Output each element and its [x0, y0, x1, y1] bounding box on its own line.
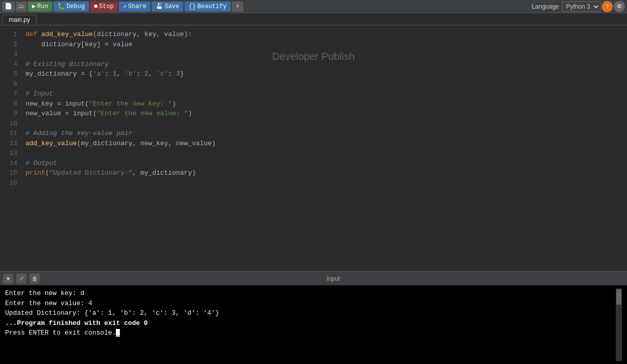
line-numbers: 12345678910111213141516	[0, 25, 19, 271]
console-scrollbar-thumb[interactable]	[616, 289, 621, 305]
console-collapse-btn[interactable]: ▼	[3, 274, 13, 284]
code-editor[interactable]: 12345678910111213141516 def add_key_valu…	[0, 25, 627, 271]
console-line: Enter the new value: 4	[5, 299, 616, 309]
console-header: ▼ ⤢ 🗑 input	[0, 271, 627, 285]
tab-bar: main.py	[0, 13, 627, 25]
console-clear-btn[interactable]: 🗑	[29, 274, 40, 284]
debug-icon: 🐛	[57, 3, 65, 10]
settings-button[interactable]: ⚙	[614, 1, 625, 12]
beautify-button[interactable]: {} Beautify	[184, 2, 231, 12]
main-tab[interactable]: main.py	[2, 15, 37, 25]
share-icon: ↗	[123, 3, 127, 10]
console-title: input	[43, 275, 624, 282]
stop-button[interactable]: ■ Stop	[90, 2, 118, 12]
console-line: ...Program finished with exit code 0	[5, 318, 616, 328]
console-line: Press ENTER to exit console._	[5, 328, 616, 338]
upload-icon: ⬆	[236, 3, 239, 10]
help-button[interactable]: ?	[602, 1, 613, 12]
run-button[interactable]: ▶ Run	[28, 2, 52, 12]
stop-icon: ■	[94, 3, 98, 10]
upload-button[interactable]: ⬆	[232, 2, 243, 12]
console-output: Enter the new key: dEnter the new value:…	[0, 285, 627, 364]
console-scrollbar[interactable]	[616, 288, 622, 361]
console-line: Updated Dictionary: {'a': 1, 'b': 2, 'c'…	[5, 308, 616, 318]
file-icon-btn[interactable]: 📄	[2, 2, 15, 12]
language-select[interactable]: Python 3	[562, 2, 601, 12]
language-label: Language	[532, 3, 559, 10]
save-icon: 💾	[155, 3, 163, 10]
toolbar: 📄 🗂 ▶ Run 🐛 Debug ■ Stop ↗ Share 💾 Save …	[0, 0, 627, 13]
run-icon: ▶	[32, 3, 36, 10]
save-button[interactable]: 💾 Save	[151, 2, 183, 12]
console-text: Enter the new key: dEnter the new value:…	[5, 288, 616, 361]
folder-icon-btn[interactable]: 🗂	[16, 2, 27, 12]
beautify-icon: {}	[189, 3, 196, 10]
share-button[interactable]: ↗ Share	[119, 2, 150, 12]
code-content[interactable]: def add_key_value(dictionary, key, value…	[19, 25, 627, 271]
console-line: Enter the new key: d	[5, 288, 616, 299]
main-area: 12345678910111213141516 def add_key_valu…	[0, 25, 627, 364]
debug-button[interactable]: 🐛 Debug	[53, 2, 89, 12]
console-expand-btn[interactable]: ⤢	[16, 274, 26, 284]
